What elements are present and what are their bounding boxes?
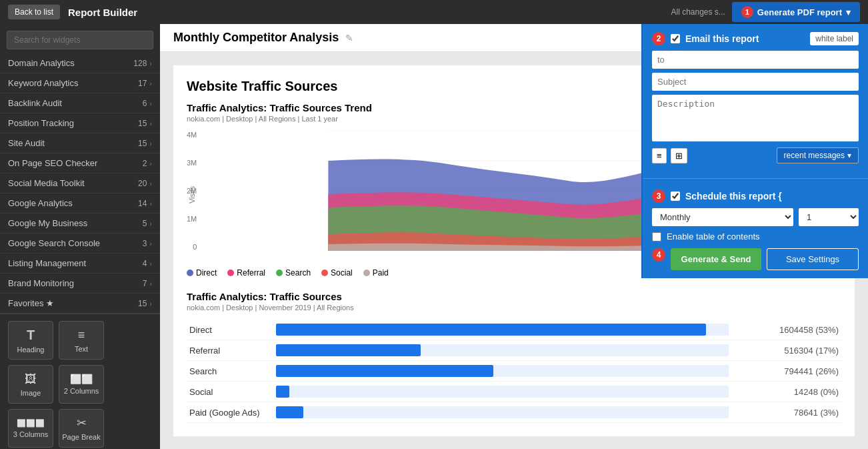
sidebar-item-brand-monitoring[interactable]: Brand Monitoring 7 › xyxy=(0,274,160,294)
chevron-right-icon: › xyxy=(149,159,152,167)
sidebar-item-backlink-audit[interactable]: Backlink Audit 6 › xyxy=(0,93,160,113)
generate-send-button[interactable]: Generate & Send xyxy=(671,248,761,270)
sidebar-badge: 15 xyxy=(138,139,147,148)
three-columns-widget-btn[interactable]: ⬜⬜⬜ 3 Columns xyxy=(8,409,53,448)
sidebar-item-on-page-seo-checker[interactable]: On Page SEO Checker 2 › xyxy=(0,153,160,173)
edit-title-icon[interactable]: ✎ xyxy=(345,33,353,43)
format-align-center-button[interactable]: ⊞ xyxy=(671,148,687,163)
chevron-right-icon: › xyxy=(149,79,152,87)
sidebar-badge: 5 xyxy=(143,219,147,228)
sidebar-badge: 14 xyxy=(138,199,147,208)
search-input[interactable] xyxy=(7,31,153,49)
text-widget-btn[interactable]: ≡ Text xyxy=(59,321,104,360)
sidebar-item-label: Brand Monitoring xyxy=(8,278,74,288)
recent-messages-button[interactable]: recent messages ▾ xyxy=(777,147,859,163)
sidebar-item-label: Keyword Analytics xyxy=(8,78,79,88)
sidebar-item-right: 128 › xyxy=(133,59,152,68)
sidebar-badge: 15 xyxy=(138,119,147,128)
sidebar-item-domain-analytics[interactable]: Domain Analytics 128 › xyxy=(0,53,160,73)
sidebar-item-site-audit[interactable]: Site Audit 15 › xyxy=(0,133,160,153)
sidebar-badge: 7 xyxy=(143,279,147,288)
bar-cell xyxy=(273,340,731,361)
legend-label-social: Social xyxy=(331,268,353,278)
sidebar-item-right: 7 › xyxy=(143,279,152,288)
generate-pdf-button[interactable]: 1 Generate PDF report ▾ xyxy=(732,2,860,22)
sidebar-item-keyword-analytics[interactable]: Keyword Analytics 17 › xyxy=(0,73,160,93)
sidebar-badge: 2 xyxy=(143,159,147,168)
chevron-right-icon: › xyxy=(149,199,152,207)
chevron-right-icon: › xyxy=(149,260,152,268)
sidebar-item-right: 15 › xyxy=(138,299,152,308)
email-checkbox[interactable] xyxy=(671,34,680,43)
page-break-widget-btn[interactable]: ✂ Page Break xyxy=(59,409,104,448)
table-row: Direct 1604458 (53%) xyxy=(187,320,841,340)
chevron-right-icon: › xyxy=(149,240,152,248)
recent-messages-label: recent messages xyxy=(784,151,845,160)
back-to-list-button[interactable]: Back to list xyxy=(8,5,60,19)
bar-chart-table: Direct 1604458 (53%) Referral 516304 (17… xyxy=(187,320,841,423)
y-axis-label: Visits xyxy=(188,186,196,203)
chevron-right-icon: › xyxy=(149,139,152,147)
sidebar-item-right: 5 › xyxy=(143,219,152,228)
bar-cell xyxy=(273,361,731,382)
step4-badge: 4 xyxy=(652,248,665,262)
panel-divider xyxy=(643,178,868,179)
sidebar-badge: 20 xyxy=(138,179,147,188)
bar-label: Direct xyxy=(187,320,273,340)
sidebar-item-label: Site Audit xyxy=(8,138,45,148)
legend-referral: Referral xyxy=(227,268,265,278)
toc-checkbox[interactable] xyxy=(652,232,661,242)
chevron-right-icon: › xyxy=(149,179,152,187)
bar-value: 78641 (3%) xyxy=(731,402,841,423)
toc-label: Enable table of contents xyxy=(667,232,760,242)
legend-search: Search xyxy=(276,268,311,278)
app-title: Report Builder xyxy=(68,7,137,18)
sidebar-item-social-media-toolkit[interactable]: Social Media Toolkit 20 › xyxy=(0,173,160,193)
bar-value: 1604458 (53%) xyxy=(731,320,841,340)
image-widget-btn[interactable]: 🖼 Image xyxy=(8,365,53,404)
sidebar-item-label: Google Analytics xyxy=(8,198,73,208)
sidebar-item-label: Favorites ★ xyxy=(8,298,54,308)
action-row: 4 Generate & Send Save Settings xyxy=(652,248,859,270)
schedule-number-select[interactable]: 1 2 3 xyxy=(799,208,859,226)
white-label-button[interactable]: white label xyxy=(810,32,859,45)
heading-icon: T xyxy=(27,328,35,343)
schedule-frequency-select[interactable]: Monthly Weekly Daily xyxy=(652,208,793,226)
format-row: ≡ ⊞ recent messages ▾ xyxy=(652,147,859,163)
step1-badge: 1 xyxy=(741,6,753,18)
chevron-right-icon: › xyxy=(149,119,152,127)
schedule-checkbox[interactable] xyxy=(671,191,680,201)
save-settings-button[interactable]: Save Settings xyxy=(767,248,859,270)
email-description-textarea[interactable] xyxy=(652,95,859,141)
legend-paid: Paid xyxy=(363,268,389,278)
table-row: Search 794441 (26%) xyxy=(187,361,841,382)
sidebar-items-list: Domain Analytics 128 › Keyword Analytics… xyxy=(0,53,160,314)
three-columns-icon: ⬜⬜⬜ xyxy=(17,419,45,428)
two-columns-widget-btn[interactable]: ⬜⬜ 2 Columns xyxy=(59,365,104,404)
legend-dot-social xyxy=(321,270,328,276)
sidebar-item-right: 15 › xyxy=(138,119,152,128)
scissors-icon: ✂ xyxy=(77,416,87,430)
sidebar-item-listing-management[interactable]: Listing Management 4 › xyxy=(0,254,160,274)
email-header-row: 2 Email this report white label xyxy=(652,32,859,45)
sidebar-item-position-tracking[interactable]: Position Tracking 15 › xyxy=(0,113,160,133)
sidebar-item-right: 15 › xyxy=(138,139,152,148)
email-section: 2 Email this report white label ≡ ⊞ rece… xyxy=(643,24,868,175)
sidebar-item-favorites-★[interactable]: Favorites ★ 15 › xyxy=(0,294,160,314)
chevron-right-icon: › xyxy=(149,300,152,308)
y-label-4m: 4M xyxy=(187,131,197,139)
format-align-left-button[interactable]: ≡ xyxy=(652,148,667,163)
sidebar-item-google-search-console[interactable]: Google Search Console 3 › xyxy=(0,234,160,254)
sidebar-item-google-my-business[interactable]: Google My Business 5 › xyxy=(0,213,160,234)
table-row: Referral 516304 (17%) xyxy=(187,340,841,361)
heading-widget-btn[interactable]: T Heading xyxy=(8,321,53,360)
email-to-input[interactable] xyxy=(652,51,859,69)
widget-toolbar: T Heading ≡ Text 🖼 Image ⬜⬜ 2 Columns ⬜⬜… xyxy=(0,314,160,449)
sidebar-badge: 4 xyxy=(143,259,147,268)
bar-value: 794441 (26%) xyxy=(731,361,841,382)
email-subject-input[interactable] xyxy=(652,73,859,91)
sidebar-item-google-analytics[interactable]: Google Analytics 14 › xyxy=(0,193,160,213)
sidebar-badge: 15 xyxy=(138,299,147,308)
toc-row: Enable table of contents xyxy=(652,232,859,242)
y-label-0: 0 xyxy=(187,243,197,251)
